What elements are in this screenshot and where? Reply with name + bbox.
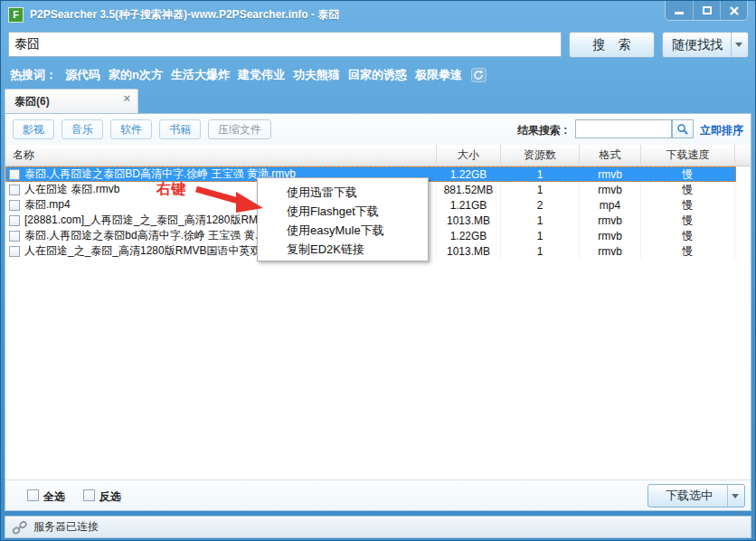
hot-word-link[interactable]: 极限拳速 bbox=[415, 67, 462, 83]
invert-selection-checkbox[interactable] bbox=[83, 489, 95, 501]
right-click-annotation: 右键 bbox=[156, 180, 185, 199]
category-button-books[interactable]: 书籍 bbox=[159, 119, 201, 139]
annotation-arrow-icon bbox=[193, 180, 267, 218]
maximize-icon bbox=[703, 6, 712, 14]
result-format: rmvb bbox=[580, 243, 641, 259]
result-name: 人在囧途_之_泰囧_高清1280版RMVB国语中英双... bbox=[24, 243, 269, 259]
category-button-software[interactable]: 软件 bbox=[110, 119, 152, 139]
result-format: rmvb bbox=[580, 228, 641, 243]
hot-word-link[interactable]: 建党伟业 bbox=[238, 67, 285, 83]
lucky-search-label: 随便找找 bbox=[672, 37, 723, 53]
column-header-filler bbox=[735, 145, 751, 166]
maximize-button[interactable] bbox=[693, 1, 720, 20]
menu-item-copy-ed2k-link[interactable]: 复制ED2K链接 bbox=[258, 240, 428, 259]
column-header-speed[interactable]: 下载速度 bbox=[641, 145, 735, 166]
result-sources: 2 bbox=[501, 197, 580, 213]
context-menu: 使用迅雷下载 使用Flashget下载 使用easyMule下载 复制ED2K链… bbox=[257, 177, 429, 261]
result-sources: 1 bbox=[501, 166, 580, 182]
result-size: 1013.MB bbox=[437, 213, 501, 228]
result-speed: 慢 bbox=[641, 182, 735, 197]
result-format: mp4 bbox=[580, 197, 641, 213]
result-name: 泰囧.人再囧途之泰囧bd高清中字.徐峥 王宝强 黄... bbox=[24, 228, 264, 243]
window-controls bbox=[665, 1, 748, 21]
result-search-label: 结果搜索 : bbox=[517, 123, 567, 138]
row-checkbox[interactable] bbox=[9, 246, 20, 257]
hot-word-link[interactable]: 功夫熊猫 bbox=[293, 67, 340, 83]
lucky-search-button[interactable]: 随便找找 bbox=[662, 32, 749, 58]
result-speed: 慢 bbox=[641, 228, 735, 243]
invert-selection-label: 反选 bbox=[99, 489, 121, 505]
tab-label: 泰囧(6) bbox=[14, 94, 50, 109]
status-bar: 服务器已连接 bbox=[5, 516, 751, 538]
result-size: 1.22GB bbox=[437, 166, 501, 182]
result-sources: 1 bbox=[501, 228, 580, 243]
result-sources: 1 bbox=[501, 243, 580, 259]
result-sources: 1 bbox=[501, 182, 580, 197]
row-checkbox[interactable] bbox=[9, 200, 20, 211]
row-checkbox[interactable] bbox=[9, 169, 20, 180]
tab-results[interactable]: 泰囧(6) × bbox=[5, 89, 138, 113]
column-header-size[interactable]: 大小 bbox=[437, 145, 501, 166]
filter-toolbar: 影视 音乐 软件 书籍 压缩文件 结果搜索 : 立即排序 bbox=[5, 114, 751, 145]
table-header: 名称 大小 资源数 格式 下载速度 bbox=[5, 145, 751, 166]
hot-words-label: 热搜词： bbox=[10, 67, 57, 83]
download-dropdown-arrow[interactable] bbox=[727, 485, 742, 507]
download-selected-button[interactable]: 下载选中 bbox=[647, 484, 745, 508]
result-format: rmvb bbox=[580, 182, 641, 197]
results-panel: 影视 音乐 软件 书籍 压缩文件 结果搜索 : 立即排序 名称 大小 资源数 格… bbox=[5, 113, 751, 511]
tab-close-icon[interactable]: × bbox=[123, 91, 130, 105]
refresh-hot-words-button[interactable] bbox=[471, 68, 487, 82]
category-button-music[interactable]: 音乐 bbox=[61, 119, 103, 139]
selection-footer: 全选 反选 下载选中 bbox=[5, 479, 751, 510]
category-button-archives[interactable]: 压缩文件 bbox=[208, 119, 271, 139]
column-header-sources[interactable]: 资源数 bbox=[501, 145, 580, 166]
result-name: 泰囧.mp4 bbox=[24, 197, 71, 213]
select-all-label: 全选 bbox=[43, 489, 65, 505]
close-button[interactable] bbox=[720, 1, 747, 20]
hot-word-link[interactable]: 回家的诱惑 bbox=[348, 67, 407, 83]
result-speed: 慢 bbox=[641, 197, 735, 213]
row-checkbox[interactable] bbox=[9, 231, 20, 242]
result-speed: 慢 bbox=[641, 166, 735, 182]
result-name: 人在囧途 泰囧.rmvb bbox=[24, 182, 119, 197]
column-header-name[interactable]: 名称 bbox=[5, 145, 437, 166]
hot-word-link[interactable]: 生活大爆炸 bbox=[171, 67, 230, 83]
sort-now-link[interactable]: 立即排序 bbox=[700, 123, 743, 138]
hot-word-link[interactable]: 源代码 bbox=[65, 67, 100, 83]
result-search-input[interactable] bbox=[575, 119, 672, 138]
result-size: 881.52MB bbox=[437, 182, 501, 197]
hot-word-link[interactable]: 家的n次方 bbox=[109, 67, 163, 83]
chevron-down-icon bbox=[735, 43, 742, 47]
result-size: 1.21GB bbox=[437, 197, 501, 213]
category-button-video[interactable]: 影视 bbox=[13, 119, 54, 139]
search-icon bbox=[676, 123, 689, 136]
connection-link-icon bbox=[12, 520, 28, 535]
row-checkbox[interactable] bbox=[9, 185, 20, 195]
result-speed: 慢 bbox=[641, 243, 735, 259]
result-speed: 慢 bbox=[641, 213, 735, 228]
window-title: P2PSearcher 3.5(种子搜索神器)-www.P2PSearcher.… bbox=[30, 7, 339, 23]
search-button[interactable]: 搜 索 bbox=[569, 32, 655, 58]
row-checkbox[interactable] bbox=[9, 215, 20, 226]
download-selected-label: 下载选中 bbox=[666, 488, 713, 504]
select-all-checkbox[interactable] bbox=[27, 489, 39, 501]
search-input[interactable] bbox=[8, 32, 562, 57]
hot-words-bar: 热搜词： 源代码 家的n次方 生活大爆炸 建党伟业 功夫熊猫 回家的诱惑 极限拳… bbox=[1, 64, 755, 86]
result-sources: 1 bbox=[501, 213, 580, 228]
close-icon bbox=[729, 5, 740, 16]
result-size: 1.22GB bbox=[437, 228, 501, 243]
result-format: rmvb bbox=[580, 166, 641, 182]
menu-item-easymule-download[interactable]: 使用easyMule下载 bbox=[258, 221, 428, 240]
minimize-icon bbox=[675, 12, 684, 14]
title-bar: F P2PSearcher 3.5(种子搜索神器)-www.P2PSearche… bbox=[1, 1, 755, 28]
minimize-button[interactable] bbox=[666, 1, 693, 20]
result-search-button[interactable] bbox=[672, 119, 694, 138]
menu-item-thunder-download[interactable]: 使用迅雷下载 bbox=[258, 183, 428, 202]
app-window: F P2PSearcher 3.5(种子搜索神器)-www.P2PSearche… bbox=[0, 0, 756, 541]
menu-item-flashget-download[interactable]: 使用Flashget下载 bbox=[258, 202, 428, 221]
refresh-icon bbox=[473, 70, 484, 81]
lucky-dropdown-arrow[interactable] bbox=[731, 33, 745, 57]
search-bar: 搜 索 随便找找 bbox=[1, 30, 755, 61]
column-header-format[interactable]: 格式 bbox=[580, 145, 641, 166]
chevron-down-icon bbox=[732, 494, 739, 498]
